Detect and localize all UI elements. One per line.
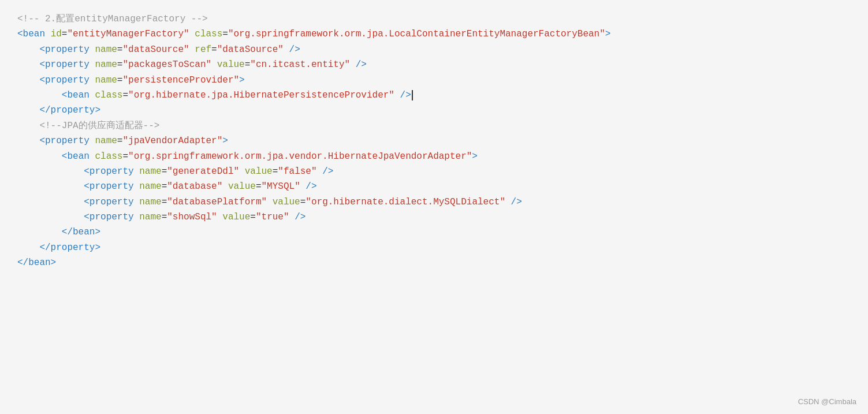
- tag-name: property: [90, 197, 134, 207]
- attr-value: "org.hibernate.dialect.MySQLDialect": [306, 197, 505, 207]
- tag-name: property: [90, 212, 134, 222]
- attr-name: name: [95, 44, 117, 55]
- tag-bracket: <: [39, 44, 45, 55]
- comment: <!--JPA的供应商适配器-->: [39, 121, 159, 131]
- tag-name: property: [45, 44, 90, 55]
- tag-bracket: <: [84, 212, 90, 222]
- code-line: <!--JPA的供应商适配器-->: [17, 118, 851, 133]
- attr-name: value: [222, 212, 250, 222]
- tag-bracket: />: [306, 181, 316, 192]
- tag-bracket: </: [39, 243, 50, 253]
- tag-bracket: />: [322, 166, 333, 177]
- attr-value: "database": [167, 181, 222, 192]
- tag-name: property: [45, 59, 90, 70]
- attr-name: ref: [195, 44, 211, 55]
- tag-name: property: [51, 105, 95, 115]
- code-block: <!-- 2.配置entityManagerFactory --><bean i…: [17, 12, 851, 271]
- tag-bracket: </: [17, 258, 28, 268]
- tag-bracket: <: [39, 59, 45, 70]
- tag-bracket: >: [222, 136, 228, 146]
- tag-bracket: />: [511, 197, 522, 207]
- attr-name: id: [51, 29, 62, 39]
- attr-value: "generateDdl": [167, 166, 239, 177]
- code-line: <bean id="entityManagerFactory" class="o…: [17, 27, 851, 42]
- attr-name: name: [139, 181, 161, 192]
- attr-value: "jpaVendorAdapter": [122, 136, 222, 146]
- tag-bracket: <: [62, 151, 68, 162]
- tag-bracket: <: [84, 166, 90, 177]
- attr-value: "org.springframework.orm.jpa.LocalContai…: [228, 29, 605, 39]
- attr-value: "org.hibernate.jpa.HibernatePersistenceP…: [128, 90, 394, 100]
- code-line: <property name="jpaVendorAdapter">: [17, 133, 851, 148]
- attr-value: "dataSource": [122, 44, 189, 55]
- attr-value: "databasePlatform": [167, 197, 267, 207]
- code-line: <!-- 2.配置entityManagerFactory -->: [17, 12, 851, 27]
- tag-name: property: [45, 136, 90, 146]
- attr-name: value: [228, 181, 256, 192]
- tag-name: property: [90, 166, 134, 177]
- tag-bracket: >: [95, 243, 100, 253]
- code-line: </bean>: [17, 255, 851, 270]
- attr-value: "org.springframework.orm.jpa.vendor.Hibe…: [128, 151, 472, 162]
- tag-bracket: />: [289, 44, 300, 55]
- attr-name: name: [95, 59, 117, 70]
- attr-value: "false": [278, 166, 316, 177]
- attr-value: "packagesToScan": [122, 59, 211, 70]
- attr-name: class: [95, 90, 122, 100]
- tag-bracket: <: [39, 75, 45, 85]
- tag-bracket: </: [39, 105, 50, 115]
- code-line: <bean class="org.springframework.orm.jpa…: [17, 149, 851, 164]
- attr-name: name: [139, 166, 161, 177]
- tag-bracket: </: [62, 227, 73, 237]
- tag-bracket: <: [17, 29, 23, 39]
- code-line: </property>: [17, 240, 851, 255]
- code-line: <property name="persistenceProvider">: [17, 73, 851, 88]
- attr-name: name: [139, 212, 161, 222]
- code-line: <property name="showSql" value="true" />: [17, 210, 851, 225]
- code-line: <property name="databasePlatform" value=…: [17, 195, 851, 210]
- code-line: </property>: [17, 103, 851, 118]
- tag-bracket: <: [84, 197, 90, 207]
- code-line: <bean class="org.hibernate.jpa.Hibernate…: [17, 88, 851, 103]
- attr-value: "true": [256, 212, 289, 222]
- code-line: <property name="packagesToScan" value="c…: [17, 57, 851, 72]
- tag-bracket: >: [95, 227, 100, 237]
- tag-name: bean: [23, 29, 45, 39]
- attr-name: name: [95, 75, 117, 85]
- tag-bracket: >: [95, 105, 100, 115]
- attr-name: name: [139, 197, 161, 207]
- attr-name: class: [95, 151, 122, 162]
- tag-name: bean: [67, 151, 89, 162]
- attr-name: class: [195, 29, 222, 39]
- tag-name: bean: [28, 258, 50, 268]
- code-container: <!-- 2.配置entityManagerFactory --><bean i…: [0, 0, 868, 414]
- attr-value: "persistenceProvider": [122, 75, 239, 85]
- attr-value: "MYSQL": [262, 181, 300, 192]
- attr-value: "entityManagerFactory": [67, 29, 189, 39]
- tag-bracket: <: [39, 136, 45, 146]
- attr-name: value: [217, 59, 245, 70]
- tag-bracket: />: [356, 59, 367, 70]
- tag-bracket: >: [239, 75, 245, 85]
- tag-bracket: <: [62, 90, 68, 100]
- code-line: <property name="database" value="MYSQL" …: [17, 179, 851, 194]
- attr-name: value: [245, 166, 273, 177]
- tag-bracket: >: [51, 258, 57, 268]
- tag-name: bean: [73, 227, 95, 237]
- tag-bracket: >: [472, 151, 478, 162]
- attr-value: "cn.itcast.entity": [250, 59, 350, 70]
- comment: <!-- 2.配置entityManagerFactory -->: [17, 14, 208, 24]
- watermark: CSDN @Cimbala: [798, 396, 856, 408]
- tag-name: property: [90, 181, 134, 192]
- tag-name: bean: [67, 90, 89, 100]
- attr-name: name: [95, 136, 117, 146]
- code-line: <property name="generateDdl" value="fals…: [17, 164, 851, 179]
- tag-name: property: [51, 243, 95, 253]
- attr-value: "dataSource": [217, 44, 284, 55]
- text-cursor: [412, 90, 413, 100]
- tag-name: property: [45, 75, 90, 85]
- tag-bracket: <: [84, 181, 90, 192]
- tag-bracket: />: [295, 212, 306, 222]
- tag-bracket: >: [605, 29, 611, 39]
- tag-bracket: />: [400, 90, 411, 100]
